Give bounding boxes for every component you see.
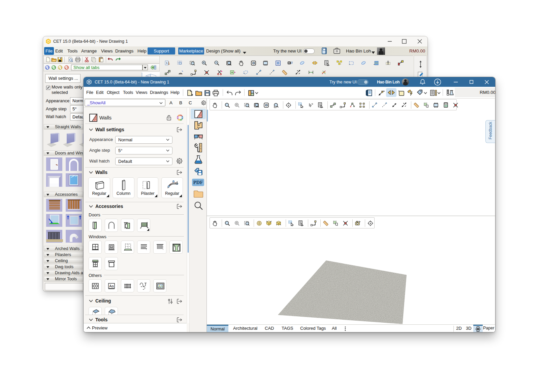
svg-text:Aa: Aa bbox=[109, 284, 114, 288]
svg-text:1: 1 bbox=[166, 61, 167, 65]
